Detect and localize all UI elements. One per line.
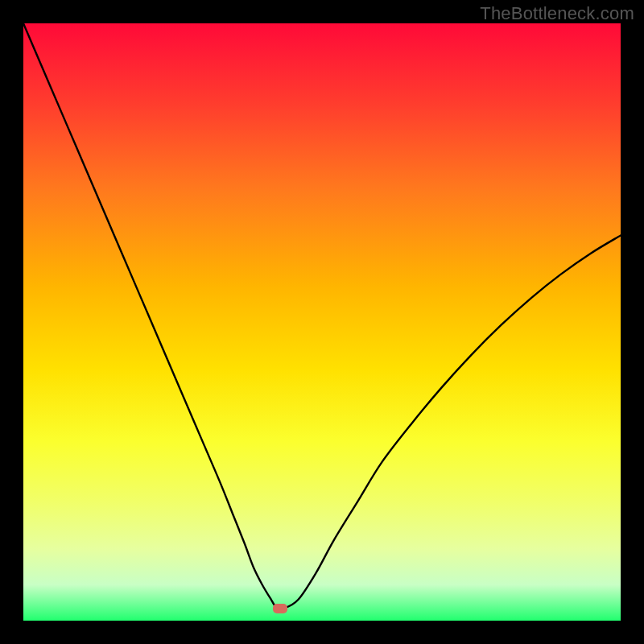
bottleneck-curve — [23, 23, 621, 621]
chart-plot-area — [23, 23, 621, 621]
bottleneck-marker — [273, 604, 287, 613]
chart-frame: TheBottleneck.com — [0, 0, 644, 644]
watermark-text: TheBottleneck.com — [480, 3, 634, 24]
